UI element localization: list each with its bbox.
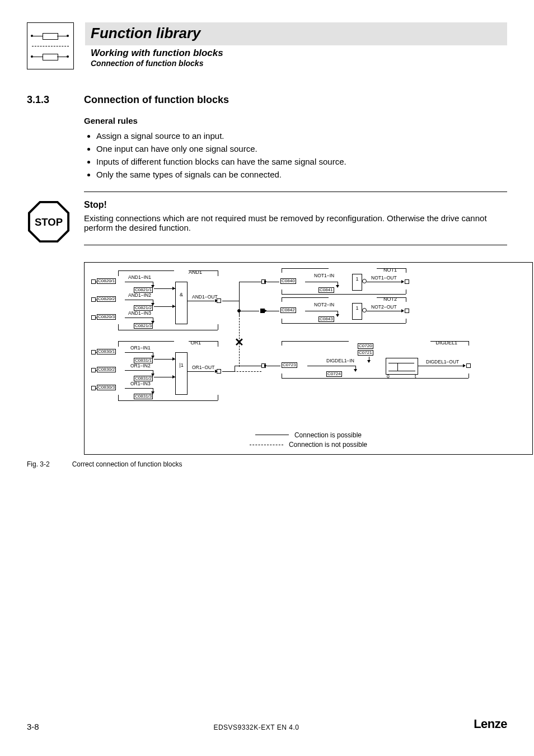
figure-caption: Correct connection of function blocks bbox=[72, 460, 182, 468]
stop-text: Existing connections which are not requi… bbox=[84, 213, 507, 232]
fb-mini-icon bbox=[27, 22, 74, 69]
not2-gate: 1 bbox=[352, 303, 362, 320]
rule-item: Assign a signal source to an input. bbox=[96, 131, 507, 141]
fb-connection-diagram: AND1 & AND1−OUT C0820/1 AND1−IN1 C0821/1 bbox=[84, 262, 533, 455]
rule-item: Only the same types of signals can be co… bbox=[96, 170, 507, 179]
figure-number: Fig. 3-2 bbox=[27, 460, 50, 468]
page-title: Function library bbox=[85, 22, 507, 45]
brand-logo: Lenze bbox=[474, 717, 507, 731]
stop-sign-icon: STOP bbox=[27, 200, 71, 246]
or1-title: OR1 bbox=[190, 340, 201, 346]
digdel1-title: DIGDEL1 bbox=[435, 340, 457, 346]
general-rules-list: Assign a signal source to an input. One … bbox=[96, 131, 507, 179]
general-rules-heading: General rules bbox=[84, 116, 507, 125]
section-title: Connection of function blocks bbox=[84, 94, 229, 106]
diagram-legend: Connection is possible Connection is not… bbox=[85, 429, 532, 449]
not1-gate: 1 bbox=[352, 274, 362, 291]
svg-text:STOP: STOP bbox=[35, 216, 63, 228]
or1-gate: |1 bbox=[175, 352, 188, 395]
not2-title: NOT2 bbox=[383, 296, 397, 302]
rule-item: Inputs of different function blocks can … bbox=[96, 157, 507, 166]
page-subtitle-1: Working with function blocks bbox=[85, 45, 507, 59]
rule-item: One input can have only one signal sourc… bbox=[96, 144, 507, 153]
and1-title: AND1 bbox=[189, 269, 202, 275]
page-number: 3-8 bbox=[27, 722, 39, 731]
document-id: EDSVS9332K-EXT EN 4.0 bbox=[213, 724, 299, 731]
page-subtitle-2: Connection of function blocks bbox=[85, 59, 507, 68]
section-number: 3.1.3 bbox=[27, 94, 67, 106]
and1-gate: & bbox=[175, 282, 188, 324]
stop-heading: Stop! bbox=[84, 200, 507, 210]
not1-title: NOT1 bbox=[383, 267, 397, 273]
